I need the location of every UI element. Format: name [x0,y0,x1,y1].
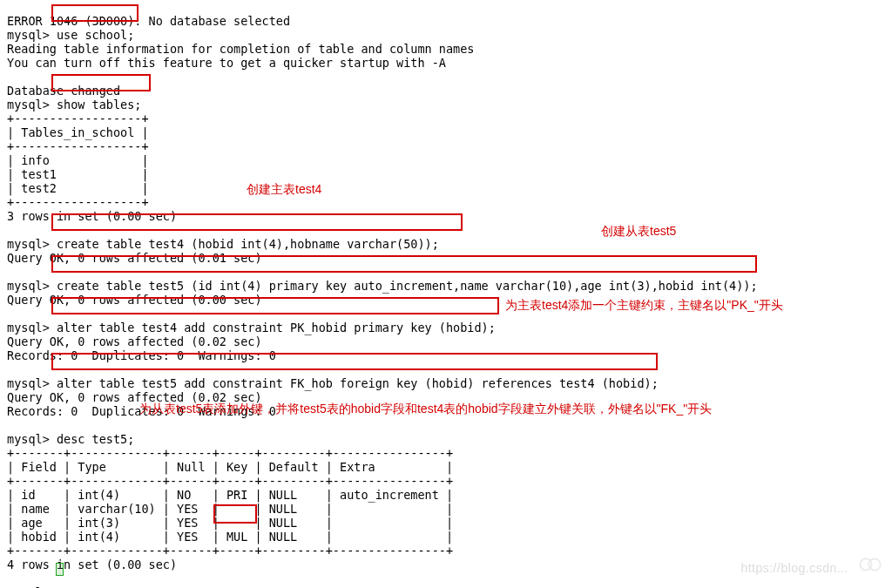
prompt: mysql> [7,237,57,251]
prompt: mysql> [7,321,57,335]
line: Records: 0 Duplicates: 0 Warnings: 0 [7,348,276,362]
terminal-cursor [56,563,64,576]
prompt: mysql> [7,279,57,293]
line: +-------+-------------+------+-----+----… [7,544,453,558]
line: | info | [7,153,149,167]
line: 3 rows in set (0.00 sec) [7,209,177,223]
watermark-text: https://blog.csdn... [740,561,848,575]
cmd-alter-test5: alter table test5 add constraint FK_hob … [57,376,659,390]
line: +-------+-------------+------+-----+----… [7,474,453,488]
line: Query OK, 0 rows affected (0.00 sec) [7,293,262,307]
line: | id | int(4) | NO | PRI | NULL | auto_i… [7,488,453,502]
watermark-logo-icon [857,551,883,578]
line: +------------------+ [7,139,149,153]
line: | age | int(3) | YES | | NULL | | [7,516,453,530]
line: mysql> desc test5; [7,432,134,446]
line: | test1 | [7,167,149,181]
line: Reading table information for completion… [7,42,474,56]
cmd-show-tables: show tables; [57,98,142,112]
line: +------------------+ [7,195,149,209]
line: +-------+-------------+------+-----+----… [7,446,453,460]
line: ERROR 1046 (3D000): No database selected [7,14,290,28]
line: | Tables_in_school | [7,125,149,139]
line: 4 rows in set (0.00 sec) [7,558,177,571]
prompt: mysql> [7,28,57,42]
svg-point-1 [868,558,880,570]
prompt: mysql> [7,376,57,390]
cmd-alter-test4: alter table test4 add constraint PK_hobi… [57,321,496,335]
line: | name | varchar(10) | YES | | NULL | | [7,502,453,516]
line: Query OK, 0 rows affected (0.01 sec) [7,251,262,265]
line: Query OK, 0 rows affected (0.02 sec) [7,390,262,404]
line: +------------------+ [7,112,149,125]
line: Records: 0 Duplicates: 0 Warnings: 0 [7,404,276,418]
line: Query OK, 0 rows affected (0.02 sec) [7,335,262,348]
line: | test2 | [7,181,149,195]
prompt: mysql> [7,98,57,112]
line: | hobid | int(4) | YES | MUL | NULL | | [7,530,453,544]
cmd-create-test4: create table test4 (hobid int(4),hobname… [57,237,439,251]
cmd-use-school: use school; [57,28,134,42]
line: Database changed [7,84,120,98]
terminal-output: ERROR 1046 (3D000): No database selected… [0,0,892,588]
line: You can turn off this feature to get a q… [7,56,446,70]
line: | Field | Type | Null | Key | Default | … [7,460,453,474]
cmd-create-test5: create table test5 (id int(4) primary ke… [57,279,758,293]
